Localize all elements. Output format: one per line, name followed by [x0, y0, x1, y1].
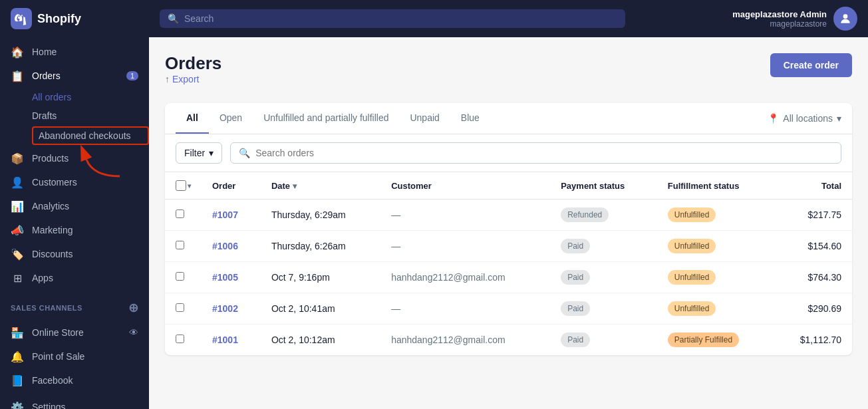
row-checkbox-cell — [165, 325, 202, 356]
avatar[interactable] — [833, 7, 857, 31]
search-orders-bar[interactable]: 🔍 — [230, 142, 841, 164]
tab-blue[interactable]: Blue — [450, 103, 490, 134]
sidebar-item-customers[interactable]: 👤 Customers — [0, 170, 149, 194]
row-fulfillment-status: Unfulfilled — [657, 293, 774, 325]
filter-button[interactable]: Filter ▾ — [176, 142, 222, 164]
tab-unpaid[interactable]: Unpaid — [399, 103, 450, 134]
sales-channels-nav: 🏪 Online Store 👁 🔔 Point of Sale 📘 Faceb… — [0, 318, 149, 395]
settings-icon: ⚙️ — [11, 400, 24, 409]
sidebar-item-settings[interactable]: ⚙️ Settings — [0, 395, 149, 409]
search-bar[interactable]: 🔍 — [160, 9, 625, 28]
row-checkbox-cell — [165, 231, 202, 262]
sidebar-item-marketing[interactable]: 📣 Marketing — [0, 218, 149, 242]
main-content: Orders ↑ Export Create order All Open Un… — [149, 37, 868, 371]
row-date: Oct 7, 9:16pm — [261, 262, 380, 293]
shopify-text: Shopify — [37, 12, 81, 26]
search-orders-input[interactable] — [255, 148, 833, 158]
sidebar-item-home-label: Home — [32, 47, 57, 57]
tab-unfulfilled[interactable]: Unfulfilled and partially fulfilled — [253, 103, 399, 134]
header-fulfillment-label: Fulfillment status — [668, 181, 740, 191]
customers-icon: 👤 — [11, 176, 24, 189]
row-checkbox[interactable] — [176, 335, 184, 343]
header-customer-label: Customer — [391, 181, 432, 191]
select-all-checkbox[interactable]: ▾ — [176, 180, 191, 191]
sidebar-item-online-store[interactable]: 🏪 Online Store 👁 — [0, 321, 149, 344]
sidebar-item-analytics[interactable]: 📊 Analytics — [0, 194, 149, 218]
shopify-logo[interactable]: Shopify — [11, 8, 81, 29]
chevron-down-icon: ▾ — [837, 113, 841, 124]
date-sort-icon: ▾ — [293, 182, 297, 191]
location-filter-label: All locations — [783, 113, 833, 124]
sidebar-item-drafts[interactable]: Drafts — [32, 106, 149, 125]
order-link[interactable]: #1005 — [212, 272, 238, 283]
header-date-label: Date — [271, 181, 290, 191]
sidebar-item-products[interactable]: 📦 Products — [0, 146, 149, 170]
table-row: #1007 Thursday, 6:29am — Refunded Unfulf… — [165, 200, 852, 231]
export-button[interactable]: ↑ Export — [165, 74, 221, 84]
home-icon: 🏠 — [11, 45, 24, 59]
drafts-label: Drafts — [32, 110, 57, 121]
select-all-caret[interactable]: ▾ — [188, 182, 191, 190]
row-customer: hanhdang2112@gmail.com — [380, 262, 550, 293]
location-filter[interactable]: 📍 All locations ▾ — [768, 113, 841, 124]
header-checkbox-cell: ▾ — [165, 172, 202, 200]
sales-channels-section-label: SALES CHANNELS ⊕ — [0, 293, 149, 318]
row-checkbox[interactable] — [176, 303, 184, 312]
sidebar-item-orders[interactable]: 📋 Orders 1 — [0, 64, 149, 88]
create-order-button[interactable]: Create order — [770, 53, 852, 77]
row-checkbox[interactable] — [176, 241, 184, 249]
row-customer: hanhdang2112@gmail.com — [380, 325, 550, 356]
row-total: $154.60 — [774, 231, 852, 262]
order-link[interactable]: #1006 — [212, 241, 238, 251]
orders-table: ▾ Order Date ▾ Customer — [165, 172, 852, 355]
row-date: Oct 2, 10:41am — [261, 293, 380, 325]
fulfillment-status-badge: Unfulfilled — [668, 207, 716, 222]
orders-badge: 1 — [126, 71, 138, 80]
row-order: #1001 — [202, 325, 261, 356]
tab-open[interactable]: Open — [209, 103, 253, 134]
order-link[interactable]: #1001 — [212, 335, 238, 345]
sidebar-item-discounts-label: Discounts — [32, 249, 72, 259]
sidebar-item-home[interactable]: 🏠 Home — [0, 40, 149, 64]
order-link[interactable]: #1007 — [212, 209, 238, 220]
settings-label: Settings — [32, 402, 66, 409]
row-total: $290.69 — [774, 293, 852, 325]
payment-status-badge: Paid — [561, 333, 590, 347]
search-input[interactable] — [184, 13, 617, 24]
apps-icon: ⊞ — [11, 271, 24, 285]
row-checkbox-cell — [165, 293, 202, 325]
payment-status-badge: Paid — [561, 239, 590, 253]
order-link[interactable]: #1002 — [212, 303, 238, 314]
select-all-input[interactable] — [176, 180, 186, 191]
row-order: #1007 — [202, 200, 261, 231]
sidebar-item-abandoned-checkouts[interactable]: Abandoned checkouts — [32, 126, 149, 145]
row-checkbox-cell — [165, 200, 202, 231]
row-checkbox[interactable] — [176, 272, 184, 281]
row-checkbox[interactable] — [176, 209, 184, 218]
fulfillment-status-badge: Unfulfilled — [668, 239, 716, 253]
row-order: #1005 — [202, 262, 261, 293]
header-total: Total — [774, 172, 852, 200]
filter-chevron-icon: ▾ — [209, 148, 214, 158]
header-payment-label: Payment status — [561, 181, 625, 191]
table-row: #1002 Oct 2, 10:41am — Paid Unfulfilled … — [165, 293, 852, 325]
row-date: Thursday, 6:29am — [261, 200, 380, 231]
facebook-icon: 📘 — [11, 374, 24, 387]
add-sales-channel-icon[interactable]: ⊕ — [128, 301, 139, 315]
user-name: mageplazastore Admin — [732, 9, 827, 19]
row-fulfillment-status: Unfulfilled — [657, 200, 774, 231]
sidebar-item-all-orders[interactable]: All orders — [32, 88, 149, 106]
sidebar-item-facebook[interactable]: 📘 Facebook — [0, 368, 149, 392]
tab-all[interactable]: All — [176, 103, 209, 134]
sidebar-item-products-label: Products — [32, 153, 69, 164]
sidebar: Shopify 🏠 Home 📋 Orders 1 All orders Dra… — [0, 0, 149, 409]
row-date: Thursday, 6:26am — [261, 231, 380, 262]
fulfillment-status-badge: Partially Fulfilled — [668, 333, 739, 347]
all-orders-label: All orders — [32, 92, 71, 102]
sidebar-item-discounts[interactable]: 🏷️ Discounts — [0, 242, 149, 266]
header-date[interactable]: Date ▾ — [261, 172, 380, 200]
sidebar-item-point-of-sale[interactable]: 🔔 Point of Sale — [0, 344, 149, 368]
sidebar-item-apps[interactable]: ⊞ Apps — [0, 266, 149, 290]
sidebar-item-marketing-label: Marketing — [32, 225, 72, 235]
sidebar-item-apps-label: Apps — [32, 273, 53, 283]
